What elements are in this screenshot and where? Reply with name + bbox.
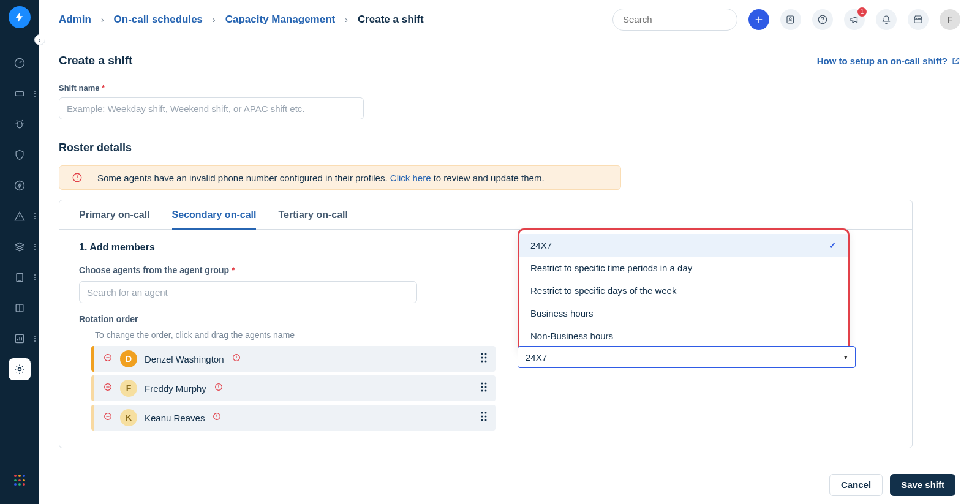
help-icon (817, 14, 828, 25)
choose-agents-label: Choose agents from the agent group * (79, 265, 496, 275)
nav-changes[interactable] (0, 140, 39, 170)
svg-point-34 (485, 416, 487, 418)
svg-point-24 (485, 383, 487, 385)
breadcrumb-schedules[interactable]: On-call schedules (114, 13, 203, 26)
save-shift-button[interactable]: Save shift (890, 474, 956, 496)
option-label: Restrict to specific days of the week (530, 285, 676, 296)
svg-point-23 (481, 383, 483, 385)
svg-point-27 (481, 390, 483, 392)
svg-point-19 (481, 361, 483, 363)
roster-card: Primary on-call Secondary on-call Tertia… (59, 200, 913, 448)
megaphone-button[interactable]: 1 (844, 9, 865, 30)
nav-reports[interactable] (0, 262, 39, 293)
help-button[interactable] (812, 9, 833, 30)
shield-icon (13, 149, 26, 161)
notifications-button[interactable] (876, 9, 897, 30)
contacts-button[interactable] (780, 9, 801, 30)
agent-name: Denzel Washington (145, 354, 224, 364)
svg-point-2 (17, 122, 22, 128)
warning-icon (232, 353, 241, 365)
cancel-button[interactable]: Cancel (829, 474, 883, 496)
time-restriction-select[interactable]: 24X7 ▾ (518, 346, 856, 368)
alert-link[interactable]: Click here (390, 173, 431, 183)
dropdown-option[interactable]: Restrict to specific time periods in a d… (519, 257, 848, 279)
rotation-row[interactable]: DDenzel Washington (91, 346, 496, 372)
remove-agent-icon[interactable] (103, 382, 113, 394)
dropdown-option[interactable]: Restrict to specific days of the week (519, 279, 848, 302)
bolt-icon (13, 11, 26, 23)
nav-more-icon (34, 213, 36, 219)
dropdown-option[interactable]: Non-Business hours (519, 325, 848, 347)
store-icon (913, 14, 924, 25)
nav-more-icon (34, 336, 36, 342)
agent-name: Keanu Reaves (145, 413, 205, 423)
dropdown-option[interactable]: Business hours (519, 302, 848, 325)
breadcrumb: Admin › On-call schedules › Capacity Man… (59, 13, 424, 26)
svg-rect-1 (15, 92, 23, 96)
drag-handle-icon[interactable] (481, 353, 487, 365)
svg-point-36 (485, 419, 487, 421)
chevron-right-icon: › (345, 15, 348, 24)
contacts-icon (785, 14, 796, 25)
tab-tertiary[interactable]: Tertiary on-call (278, 200, 348, 230)
help-link[interactable]: How to setup an on-call shift? (817, 56, 960, 66)
dropdown-option[interactable]: 24X7✓ (519, 234, 848, 257)
app-logo[interactable] (9, 6, 31, 28)
shift-name-input[interactable] (59, 97, 364, 119)
nav-dashboard[interactable] (0, 48, 39, 78)
user-avatar[interactable]: F (940, 9, 960, 30)
svg-point-31 (481, 412, 483, 414)
breadcrumb-current: Create a shift (358, 13, 424, 26)
ticket-icon (13, 88, 26, 100)
nav-assets[interactable] (0, 231, 39, 262)
rotation-hint: To change the order, click and drag the … (95, 330, 496, 340)
bell-icon (881, 14, 892, 25)
drag-handle-icon[interactable] (481, 412, 487, 424)
agent-avatar: D (120, 350, 137, 367)
select-value: 24X7 (526, 352, 547, 363)
new-button[interactable] (748, 9, 769, 30)
plus-icon (754, 15, 764, 24)
tab-primary[interactable]: Primary on-call (79, 200, 150, 230)
svg-point-18 (485, 357, 487, 359)
nav-tickets[interactable] (0, 78, 39, 109)
nav-alerts[interactable] (0, 201, 39, 231)
option-label: Restrict to specific time periods in a d… (530, 263, 692, 273)
agent-name: Freddy Murphy (145, 383, 206, 394)
agent-search-input[interactable] (79, 281, 417, 303)
warning-icon (13, 210, 26, 222)
nav-app-switcher[interactable] (0, 465, 39, 495)
alert-text-post: to review and update them. (431, 173, 544, 183)
breadcrumb-admin[interactable]: Admin (59, 13, 91, 26)
nav-problems[interactable] (0, 109, 39, 140)
app-grid-icon (14, 475, 25, 486)
agent-avatar: K (120, 409, 137, 426)
nav-analytics[interactable] (0, 323, 39, 354)
warning-alert: Some agents have an invalid phone number… (59, 165, 621, 190)
remove-agent-icon[interactable] (103, 412, 113, 424)
svg-point-32 (485, 412, 487, 414)
drag-handle-icon[interactable] (481, 382, 487, 394)
rotation-row[interactable]: FFreddy Murphy (91, 375, 496, 401)
nav-solutions[interactable] (0, 293, 39, 323)
breadcrumb-capacity[interactable]: Capacity Management (225, 13, 336, 26)
gauge-icon (13, 57, 26, 69)
footer-actions: Cancel Save shift (39, 465, 980, 504)
remove-agent-icon[interactable] (103, 353, 113, 365)
svg-point-15 (481, 353, 483, 355)
chart-icon (13, 333, 26, 345)
svg-point-10 (790, 17, 791, 19)
svg-point-7 (18, 368, 21, 371)
option-label: Non-Business hours (530, 331, 613, 341)
nav-releases[interactable] (0, 170, 39, 201)
marketplace-button[interactable] (908, 9, 929, 30)
search-input[interactable] (622, 13, 741, 25)
tab-secondary[interactable]: Secondary on-call (172, 200, 257, 230)
rotation-row[interactable]: KKeanu Reaves (91, 405, 496, 431)
nav-admin[interactable] (0, 354, 39, 385)
svg-point-35 (481, 419, 483, 421)
global-search[interactable] (612, 9, 737, 31)
agent-avatar: F (120, 380, 137, 397)
svg-point-16 (485, 353, 487, 355)
nav-more-icon (34, 244, 36, 250)
